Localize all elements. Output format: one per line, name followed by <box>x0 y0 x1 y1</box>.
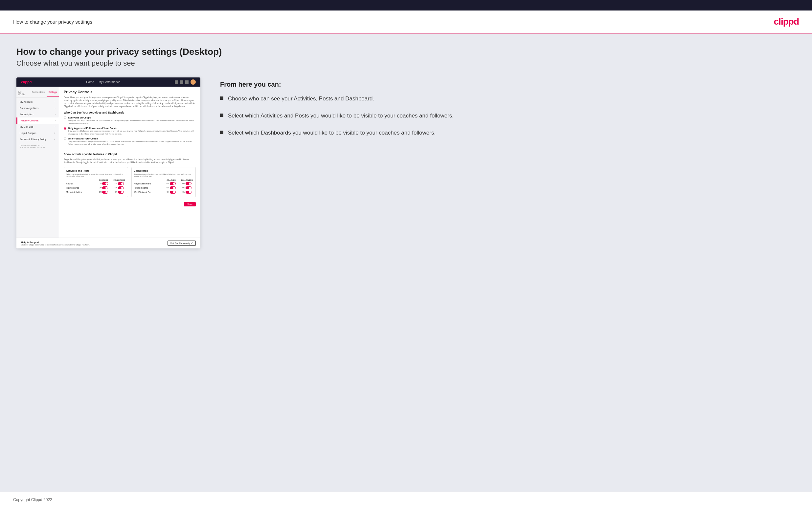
radio-circle-everyone <box>64 116 66 119</box>
rounds-coaches-toggle[interactable]: ON <box>97 182 110 185</box>
ri-followers-on: ON <box>182 187 185 189</box>
help-text: Help & Support Visit our Clippd communit… <box>21 241 90 246</box>
ww-coaches-toggle[interactable]: ON <box>164 191 178 193</box>
pd-coaches-on: ON <box>166 182 169 184</box>
sidebar-item-help[interactable]: Help & Support ↗ <box>16 130 59 136</box>
radio-everyone-label: Everyone on Clippd <box>68 116 196 119</box>
app-body: My Profile Connections Settings My Accou… <box>16 87 200 238</box>
radio-onlyyou-desc: Only you and the coaches you connect wit… <box>68 140 196 146</box>
ww-followers-toggle[interactable]: ON <box>180 191 194 193</box>
sidebar-item-sub-label: Subscription <box>20 113 33 116</box>
activities-title: Activities and Posts <box>66 169 126 172</box>
manual-coaches-switch[interactable] <box>102 191 108 193</box>
header: How to change your privacy settings clip… <box>0 10 812 34</box>
sidebar-item-data-label: Data Integrations <box>20 107 39 110</box>
sidebar-item-account[interactable]: My Account › <box>16 99 59 105</box>
visit-community-button[interactable]: Visit Our Community ↗ <box>167 240 196 246</box>
pd-followers-switch[interactable] <box>186 182 192 185</box>
app-sidebar: My Profile Connections Settings My Accou… <box>16 87 59 238</box>
radio-onlyyou-label: Only You and Your Coach <box>68 137 196 140</box>
search-icon <box>175 80 178 84</box>
manual-followers-toggle[interactable]: ON <box>113 191 126 193</box>
avatar <box>191 79 196 84</box>
ri-followers-toggle[interactable]: ON <box>180 186 194 189</box>
dashboards-title: Dashboards <box>134 169 194 172</box>
pd-coaches-switch[interactable] <box>170 182 176 185</box>
tab-connections[interactable]: Connections <box>30 89 47 97</box>
sql-version: SQL Server Version: 2022.7.30 <box>20 146 55 148</box>
toggle-drills: Practice Drills ON ON <box>66 186 126 189</box>
ri-followers-switch[interactable] <box>186 186 192 189</box>
manual-coaches-toggle[interactable]: ON <box>97 191 110 193</box>
coaches-col-label: COACHES <box>97 179 110 181</box>
app-nav-icons <box>175 79 196 84</box>
radio-followers[interactable]: Only Approved Followers and Your Coach O… <box>64 127 196 135</box>
sidebar-item-policy-label: Service & Privacy Policy <box>20 138 46 141</box>
tab-settings[interactable]: Settings <box>47 89 59 97</box>
manual-followers-on: ON <box>115 191 117 193</box>
drills-followers-switch[interactable] <box>118 186 124 189</box>
nav-performance: My Performance <box>99 80 120 84</box>
sidebar-item-privacy[interactable]: Privacy Controls › <box>16 117 59 124</box>
rounds-followers-switch[interactable] <box>118 182 124 185</box>
ri-coaches-switch[interactable] <box>170 186 176 189</box>
ri-coaches-toggle[interactable]: ON <box>164 186 178 189</box>
manual-controls: ON ON <box>97 191 126 193</box>
sidebar-item-subscription[interactable]: Subscription › <box>16 111 59 117</box>
tab-my-profile[interactable]: My Profile <box>16 89 30 97</box>
bullet-item-2: Select which Activities and Posts you wo… <box>220 112 796 120</box>
rounds-coaches-switch[interactable] <box>102 182 108 185</box>
rounds-followers-toggle[interactable]: ON <box>113 182 126 185</box>
sidebar-item-golfbag[interactable]: My Golf Bag › <box>16 124 59 130</box>
privacy-controls-desc: Control how you and your data appears to… <box>64 96 196 108</box>
drills-followers-toggle[interactable]: ON <box>113 186 126 189</box>
divider <box>64 149 196 149</box>
save-button[interactable]: Save <box>184 202 196 207</box>
radio-everyone-content: Everyone on Clippd Everyone on Clippd ca… <box>68 116 196 125</box>
rounds-label: Rounds <box>66 182 73 185</box>
radio-followers-content: Only Approved Followers and Your Coach O… <box>68 127 196 135</box>
ri-coaches-on: ON <box>166 187 169 189</box>
page-subheading: Choose what you want people to see <box>16 59 796 68</box>
dashboards-desc: Select the types of activity that you'd … <box>134 173 194 177</box>
grid-icon <box>180 80 183 84</box>
radio-everyone[interactable]: Everyone on Clippd Everyone on Clippd ca… <box>64 116 196 125</box>
show-hide-title: Show or hide specific features in Clippd <box>64 153 196 156</box>
drills-coaches-switch[interactable] <box>102 186 108 189</box>
radio-everyone-desc: Everyone on Clippd can search for you an… <box>68 119 196 125</box>
app-screenshot: clippd Home My Performance My Profile <box>16 77 200 248</box>
ww-coaches-switch[interactable] <box>170 191 176 193</box>
radio-only-you[interactable]: Only You and Your Coach Only you and the… <box>64 137 196 146</box>
toggles-section: Activities and Posts Select the types of… <box>64 167 196 197</box>
from-here-title: From here you can: <box>220 81 796 88</box>
app-nav-bar: clippd Home My Performance <box>16 77 200 87</box>
toggle-what-to-work: What To Work On ON ON <box>134 191 194 193</box>
toggle-manual: Manual Activities ON ON <box>66 191 126 193</box>
right-panel: From here you can: Choose who can see yo… <box>220 77 796 136</box>
db-followers-col: FOLLOWERS <box>180 179 194 181</box>
sidebar-item-golf-label: My Golf Bag <box>20 125 33 128</box>
sidebar-item-data[interactable]: Data Integrations › <box>16 105 59 111</box>
sidebar-tabs: My Profile Connections Settings <box>16 89 59 98</box>
pd-followers-toggle[interactable]: ON <box>180 182 194 185</box>
activities-desc: Select the types of activity that you'd … <box>66 173 126 177</box>
pd-coaches-toggle[interactable]: ON <box>164 182 178 185</box>
manual-coaches-on: ON <box>99 191 101 193</box>
version-info: Clippd Client Version: 2022.8.2 SQL Serv… <box>16 143 59 150</box>
content-area: How to change your privacy settings (Des… <box>0 34 812 492</box>
chevron-right-icon: › <box>55 101 55 103</box>
sidebar-item-privacy-policy[interactable]: Service & Privacy Policy ↗ <box>16 136 59 143</box>
bullet-text-2: Select which Activities and Posts you wo… <box>228 112 454 120</box>
bullet-list: Choose who can see your Activities, Post… <box>220 95 796 136</box>
manual-followers-switch[interactable] <box>118 191 124 193</box>
drills-coaches-toggle[interactable]: ON <box>97 186 110 189</box>
ww-followers-switch[interactable] <box>186 191 192 193</box>
player-dashboard-label: Player Dashboard <box>134 182 151 185</box>
toggle-rounds: Rounds ON ON <box>66 182 126 185</box>
bullet-text-1: Choose who can see your Activities, Post… <box>228 95 374 103</box>
sidebar-item-privacy-label: Privacy Controls <box>21 119 39 122</box>
bullet-square-1 <box>220 97 223 100</box>
manual-label: Manual Activities <box>66 191 82 193</box>
ww-coaches-on: ON <box>166 191 169 193</box>
radio-followers-desc: Only approved followers and coaches you … <box>68 130 196 135</box>
